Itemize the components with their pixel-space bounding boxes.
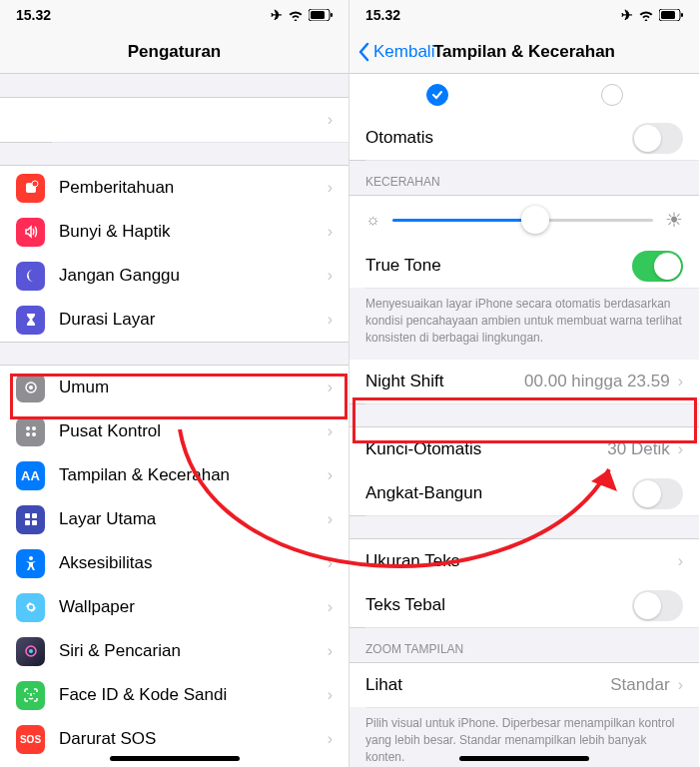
row-nightshift[interactable]: Night Shift 00.00 hingga 23.59 › — [350, 360, 699, 403]
row-label: Night Shift — [365, 372, 524, 391]
hourglass-icon — [16, 306, 45, 335]
row-siri[interactable]: Siri & Pencarian › — [0, 629, 349, 673]
row-truetone[interactable]: True Tone — [350, 244, 699, 288]
chevron-icon: › — [328, 311, 333, 329]
page-title: Pengaturan — [0, 42, 349, 62]
wallpaper-icon — [16, 593, 45, 622]
brightness-slider-row: ☼ ☀︎ — [350, 196, 699, 244]
row-jangan-ganggu[interactable]: Jangan Ganggu › — [0, 254, 349, 298]
chevron-icon: › — [678, 440, 683, 458]
row-pemaparan[interactable]: Pemberitahuan Pemaparan › — [0, 761, 349, 767]
row-bunyi-haptik[interactable]: Bunyi & Haptik › — [0, 210, 349, 254]
header-zoom: ZOOM TAMPILAN — [350, 627, 699, 663]
row-label: Tampilan & Kecerahan — [59, 465, 328, 485]
battery-icon — [659, 9, 683, 21]
battery-icon — [309, 9, 333, 21]
row-otomatis[interactable]: Otomatis — [350, 116, 699, 160]
svg-rect-24 — [661, 11, 675, 19]
svg-rect-13 — [25, 520, 30, 525]
home-indicator[interactable] — [459, 756, 589, 761]
row-angkat-bangun[interactable]: Angkat-Bangun — [350, 471, 699, 515]
svg-rect-11 — [25, 513, 30, 518]
row-label: Aksesibilitas — [59, 553, 328, 573]
chevron-icon: › — [328, 379, 333, 396]
chevron-icon: › — [328, 466, 333, 484]
chevron-icon: › — [328, 554, 333, 572]
row-kunci-otomatis[interactable]: Kunci-Otomatis 30 Detik › — [350, 427, 699, 471]
toggle-otomatis[interactable] — [632, 123, 683, 154]
svg-point-15 — [29, 556, 33, 560]
row-face-id[interactable]: Face ID & Kode Sandi › — [0, 673, 349, 717]
svg-rect-25 — [681, 13, 683, 17]
row-label: Lihat — [365, 675, 610, 695]
display-icon: AA — [16, 461, 45, 490]
chevron-icon: › — [328, 510, 333, 528]
row-label: Umum — [59, 378, 328, 397]
face-id-icon — [16, 681, 45, 710]
status-icons: ✈︎ — [621, 7, 683, 23]
home-indicator[interactable] — [110, 756, 240, 761]
row-label: Wallpaper — [59, 597, 328, 617]
svg-rect-2 — [331, 13, 333, 17]
row-umum[interactable]: Umum › — [0, 366, 349, 409]
row-wallpaper[interactable]: Wallpaper › — [0, 585, 349, 629]
sos-icon: SOS — [16, 725, 45, 754]
row-teks-tebal[interactable]: Teks Tebal — [350, 583, 699, 627]
row-label: Layar Utama — [59, 509, 328, 529]
row-lihat[interactable]: Lihat Standar › — [350, 663, 699, 707]
toggle-angkat[interactable] — [632, 478, 683, 509]
row-label: Siri & Pencarian — [59, 641, 328, 661]
row-label: True Tone — [365, 256, 632, 276]
brightness-slider[interactable] — [392, 219, 653, 222]
nav-bar: Kembali Tampilan & Kecerahan — [350, 30, 699, 74]
row-label: Jangan Ganggu — [59, 266, 328, 286]
phone-settings-root: 15.32 ✈︎ Pengaturan › Pemberitahuan › Bu… — [0, 0, 350, 767]
row-pemberitahuan[interactable]: Pemberitahuan › — [0, 166, 349, 210]
status-bar: 15.32 ✈︎ — [0, 0, 349, 30]
notification-icon — [16, 174, 45, 203]
chevron-icon: › — [328, 422, 333, 440]
status-icons: ✈︎ — [271, 7, 333, 23]
row-darurat-sos[interactable]: SOS Darurat SOS › — [0, 717, 349, 761]
airplane-icon: ✈︎ — [621, 7, 633, 23]
home-screen-icon — [16, 505, 45, 534]
svg-point-9 — [26, 432, 30, 436]
row-aksesibilitas[interactable]: Aksesibilitas › — [0, 541, 349, 585]
svg-point-16 — [28, 604, 34, 610]
row-tampilan-kecerahan[interactable]: AA Tampilan & Kecerahan › — [0, 453, 349, 497]
svg-rect-12 — [32, 513, 37, 518]
status-time: 15.32 — [365, 7, 400, 23]
row-label: Bunyi & Haptik — [59, 222, 328, 242]
accessibility-icon — [16, 549, 45, 578]
airplane-icon: ✈︎ — [271, 7, 283, 23]
sun-low-icon: ☼ — [365, 211, 380, 229]
row-value: Standar — [610, 675, 670, 695]
nav-bar: Pengaturan — [0, 30, 349, 74]
row-value: 30 Detik — [607, 439, 669, 459]
svg-point-6 — [29, 385, 33, 389]
chevron-icon: › — [328, 223, 333, 241]
gear-icon — [16, 374, 45, 402]
empty-row[interactable]: › — [0, 98, 349, 142]
chevron-icon: › — [328, 730, 333, 748]
back-button[interactable]: Kembali — [350, 42, 434, 62]
row-layar-utama[interactable]: Layar Utama › — [0, 497, 349, 541]
svg-point-4 — [32, 181, 38, 187]
row-ukuran-teks[interactable]: Ukuran Teks › — [350, 539, 699, 583]
radio-light[interactable] — [426, 84, 448, 106]
svg-point-8 — [32, 426, 36, 430]
status-bar: 15.32 ✈︎ — [350, 0, 699, 30]
wifi-icon — [638, 9, 654, 21]
toggle-truetone[interactable] — [632, 251, 683, 282]
wifi-icon — [288, 9, 304, 21]
radio-dark[interactable] — [601, 84, 623, 106]
chevron-icon: › — [328, 642, 333, 660]
svg-point-10 — [32, 432, 36, 436]
svg-rect-1 — [311, 11, 325, 19]
chevron-icon: › — [328, 598, 333, 616]
row-durasi-layar[interactable]: Durasi Layar › — [0, 298, 349, 342]
toggle-tebal[interactable] — [632, 590, 683, 621]
row-pusat-kontrol[interactable]: Pusat Kontrol › — [0, 409, 349, 453]
row-label: Darurat SOS — [59, 729, 328, 749]
truetone-desc: Menyesuaikan layar iPhone secara otomati… — [350, 288, 699, 360]
